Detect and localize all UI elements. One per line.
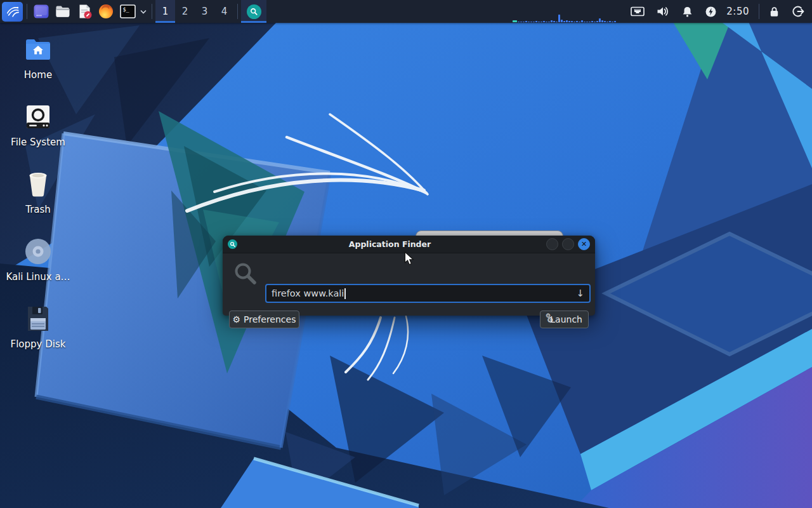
terminal-icon: $_ <box>119 3 136 20</box>
volume-icon <box>656 6 670 17</box>
panel-separator <box>152 4 152 19</box>
applications-menu-button[interactable] <box>2 2 23 22</box>
text-caret <box>344 288 346 299</box>
optical-disc-icon <box>5 236 71 267</box>
launch-button-label: Launch <box>550 314 582 324</box>
workspace-active-underline <box>155 21 175 23</box>
file-manager-icon <box>55 3 71 20</box>
logout-icon <box>792 5 804 18</box>
dropdown-arrow-icon[interactable]: ↓ <box>576 288 584 299</box>
taskbar-active-underline <box>241 21 266 23</box>
bell-icon <box>681 6 693 18</box>
workspace-4-label: 4 <box>221 6 228 17</box>
desktop-icon-kali-cdrom[interactable]: Kali Linux a… <box>5 236 71 283</box>
power-manager-icon <box>705 6 717 18</box>
top-panel: $_ 1 2 3 4 <box>0 0 812 23</box>
gear-icon: ⚙ <box>233 315 241 324</box>
desktop-icon-file-system[interactable]: File System <box>5 102 71 148</box>
clock[interactable]: 2:50 <box>726 6 749 17</box>
system-monitor-graph[interactable] <box>513 0 616 23</box>
terminal-launcher[interactable]: $_ <box>117 1 138 22</box>
preferences-button[interactable]: ⚙ Preferences <box>229 311 299 328</box>
panel-separator <box>27 4 27 19</box>
panel-separator <box>759 4 759 19</box>
workspace-3[interactable]: 3 <box>195 0 214 23</box>
file-manager-launcher[interactable] <box>53 1 73 22</box>
trash-icon <box>5 169 71 199</box>
power-manager-tray-button[interactable] <box>705 6 717 18</box>
svg-text:$_: $_ <box>122 6 129 13</box>
desktop-icon-trash[interactable]: Trash <box>5 169 71 215</box>
text-editor-icon <box>76 3 93 20</box>
window-title: Application Finder <box>237 239 542 249</box>
floppy-disk-icon <box>5 304 71 334</box>
execute-gears-icon: ⚙⚙ <box>546 315 547 324</box>
workspace-1[interactable]: 1 <box>155 0 175 23</box>
close-button[interactable]: ✕ <box>578 238 590 250</box>
workspace-1-label: 1 <box>162 6 169 17</box>
notifications-tray-button[interactable] <box>681 6 693 18</box>
desktop: $_ 1 2 3 4 <box>0 0 812 508</box>
hard-drive-icon <box>5 102 71 132</box>
application-finder-window: Application Finder ✕ firefox www.kali ↓ … <box>223 236 595 316</box>
logout-button[interactable] <box>792 5 804 18</box>
desktop-icon-label: Kali Linux a… <box>5 271 71 283</box>
desktop-icon-label: Trash <box>5 204 71 215</box>
text-editor-launcher[interactable] <box>74 1 95 22</box>
firefox-launcher[interactable] <box>96 1 116 22</box>
lock-screen-button[interactable] <box>768 6 780 18</box>
desktop-icon-label: File System <box>5 137 71 148</box>
workspace-2-label: 2 <box>182 6 188 17</box>
desktop-icon-label: Home <box>5 69 71 81</box>
firefox-icon <box>98 3 114 20</box>
maximize-button[interactable] <box>562 238 574 250</box>
search-input-value: firefox www.kali <box>272 288 344 298</box>
kali-logo-icon <box>5 4 20 19</box>
network-icon <box>631 6 645 17</box>
desktop-icon-label: Floppy Disk <box>5 338 71 350</box>
console-icon <box>33 3 49 20</box>
titlebar[interactable]: Application Finder ✕ <box>223 236 595 253</box>
lock-icon <box>768 6 780 18</box>
taskbar-application-finder[interactable] <box>241 0 266 23</box>
minimize-button[interactable] <box>546 238 558 250</box>
console-launcher[interactable] <box>31 1 51 22</box>
panel-separator <box>237 4 238 19</box>
volume-tray-button[interactable] <box>656 6 670 17</box>
search-input[interactable]: firefox www.kali ↓ <box>265 284 591 303</box>
window-icon <box>228 239 237 249</box>
search-icon <box>233 262 258 288</box>
mouse-cursor <box>404 251 414 267</box>
preferences-button-label: Preferences <box>244 314 296 324</box>
terminal-dropdown-chevron[interactable] <box>139 1 148 22</box>
workspace-3-label: 3 <box>202 6 208 17</box>
application-finder-icon <box>247 4 261 19</box>
workspace-4[interactable]: 4 <box>214 0 234 23</box>
desktop-icon-home[interactable]: Home <box>5 34 71 81</box>
network-tray-button[interactable] <box>631 6 645 17</box>
home-folder-icon <box>5 34 71 65</box>
workspace-2[interactable]: 2 <box>175 0 195 23</box>
launch-button[interactable]: ⚙⚙ Launch <box>540 311 589 328</box>
desktop-icon-floppy[interactable]: Floppy Disk <box>5 304 71 350</box>
